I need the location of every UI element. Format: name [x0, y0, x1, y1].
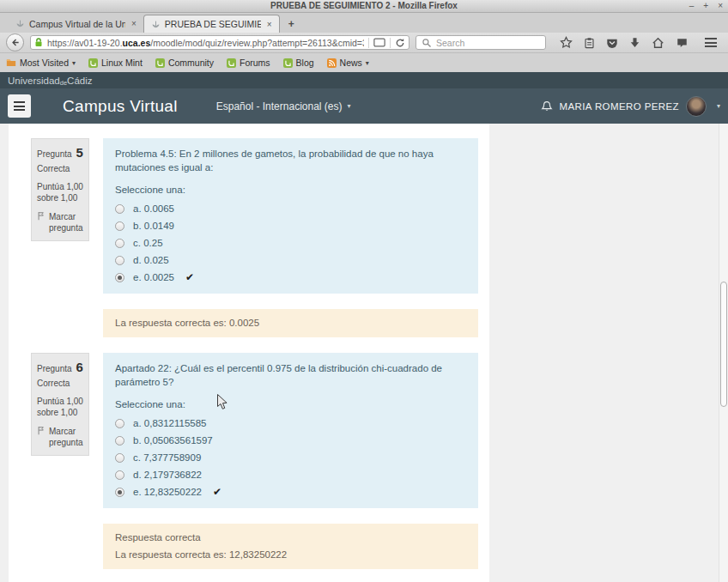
answer-option[interactable]: b. 0,05063561597 — [115, 432, 466, 449]
bookmark-item[interactable]: Linux Mint — [88, 58, 143, 68]
question-status: Correcta — [37, 379, 83, 388]
answer-option[interactable]: c. 0.25 — [115, 234, 466, 252]
questions-column: Pregunta 5CorrectaPuntúa 1,00sobre 1,00M… — [9, 124, 489, 582]
flag-icon — [37, 426, 46, 435]
scrollbar-thumb[interactable] — [720, 282, 727, 407]
bookmark-item[interactable]: Blog — [283, 58, 314, 68]
urlbar-separator — [368, 38, 369, 48]
downloads-icon[interactable] — [629, 37, 640, 49]
language-selector[interactable]: Español - Internacional (es) ▾ — [216, 100, 351, 112]
campus-header: Campus Virtual Español - Internacional (… — [0, 88, 728, 124]
moodle-favicon-icon — [15, 19, 25, 28]
back-arrow-icon — [10, 38, 20, 47]
radio-button[interactable] — [115, 453, 124, 463]
bookmark-label: News — [340, 58, 362, 68]
bookmark-star-icon[interactable] — [560, 36, 573, 49]
answer-option[interactable]: a. 0.0065 — [115, 200, 466, 217]
radio-button[interactable] — [115, 488, 124, 497]
linuxmint-icon — [227, 58, 236, 68]
scrollbar[interactable] — [719, 124, 728, 582]
bookmarks-menu-icon[interactable] — [584, 37, 595, 49]
feedback-box: Respuesta correctaLa respuesta correcta … — [103, 524, 478, 569]
search-input[interactable]: Search — [416, 35, 546, 50]
answer-prompt: Seleccione una: — [115, 185, 466, 195]
tab-active[interactable]: PRUEBA DE SEGUIMIENT...× — [143, 15, 280, 33]
grade-line: sobre 1,00 — [37, 407, 83, 418]
notifications-bell-icon[interactable] — [541, 100, 553, 112]
answer-option[interactable]: b. 0.0149 — [115, 217, 466, 234]
navigation-toolbar: https://av01-19-20.uca.es/moodle/mod/qui… — [0, 33, 728, 53]
new-tab-button[interactable]: + — [280, 15, 303, 33]
radio-button[interactable] — [115, 204, 124, 214]
close-button[interactable]: × — [718, 0, 723, 12]
option-label: d. 2,179736822 — [133, 470, 202, 480]
toolbar-icons — [560, 36, 717, 49]
tab-bar: Campus Virtual de la Uni...×PRUEBA DE SE… — [0, 13, 728, 33]
question-formulation: Problema 4.5: En 2 millones de gametos, … — [103, 138, 478, 294]
university-city: Cádiz — [67, 76, 92, 86]
home-icon[interactable] — [652, 37, 664, 49]
question-info: Pregunta 5CorrectaPuntúa 1,00sobre 1,00M… — [31, 138, 89, 241]
urlbar-separator — [390, 38, 391, 48]
radio-button[interactable] — [115, 470, 124, 480]
radio-button[interactable] — [115, 239, 124, 248]
bookmark-item[interactable]: News▾ — [327, 58, 369, 68]
question-label: Pregunta — [37, 364, 74, 373]
avatar[interactable] — [686, 96, 707, 117]
user-menu-caret-icon[interactable]: ▾ — [717, 102, 720, 110]
tab[interactable]: Campus Virtual de la Uni...× — [9, 15, 143, 33]
flag-question-link[interactable]: Marcarpregunta — [37, 426, 83, 448]
firefox-window: PRUEBA DE SEGUIMIENTO 2 - Mozilla Firefo… — [0, 0, 728, 582]
chat-icon[interactable] — [676, 37, 689, 49]
question-number: Pregunta 6 — [37, 360, 83, 374]
nav-drawer-button[interactable] — [8, 94, 31, 118]
tab-close-icon[interactable]: × — [267, 20, 272, 29]
radio-button[interactable] — [115, 273, 124, 282]
radio-button[interactable] — [115, 436, 124, 446]
question-status: Correcta — [37, 164, 83, 173]
bookmarks-bar: Most Visited▾Linux MintCommunityForumsBl… — [0, 53, 728, 72]
bookmark-item[interactable]: Community — [155, 58, 214, 68]
user-name[interactable]: MARIA ROMERO PEREZ — [560, 101, 679, 112]
flag-line: pregunta — [49, 437, 82, 448]
feedback-line: Respuesta correcta — [115, 532, 466, 543]
tab-title: PRUEBA DE SEGUIMIENT... — [165, 19, 261, 29]
back-button[interactable] — [6, 33, 24, 52]
feedback-line: La respuesta correcta es: 12,83250222 — [115, 549, 466, 561]
linuxmint-icon — [155, 58, 165, 68]
university-banner: UniversidaddeCádiz — [0, 72, 728, 88]
bookmark-item[interactable]: Most Visited▾ — [6, 58, 76, 68]
pocket-icon[interactable] — [606, 37, 618, 49]
url-bar[interactable]: https://av01-19-20.uca.es/moodle/mod/qui… — [30, 35, 410, 50]
option-label: b. 0,05063561597 — [133, 435, 213, 446]
main-column: Pregunta 5CorrectaPuntúa 1,00sobre 1,00M… — [9, 124, 489, 582]
bookmark-item[interactable]: Forums — [227, 58, 270, 68]
option-label: d. 0.025 — [133, 255, 169, 265]
window-titlebar[interactable]: PRUEBA DE SEGUIMIENTO 2 - Mozilla Firefo… — [0, 0, 728, 13]
radio-button[interactable] — [115, 419, 124, 428]
url-text[interactable]: https://av01-19-20.uca.es/moodle/mod/qui… — [47, 38, 364, 48]
answer-option[interactable]: c. 7,377758909 — [115, 449, 466, 466]
search-placeholder: Search — [436, 38, 464, 48]
answer-option[interactable]: d. 2,179736822 — [115, 466, 466, 483]
folder-icon — [6, 58, 16, 67]
flag-label: Marcarpregunta — [49, 426, 82, 448]
bookmark-label: Linux Mint — [101, 58, 143, 68]
chevron-down-icon: ▾ — [348, 102, 351, 110]
minimize-button[interactable]: – — [689, 0, 695, 12]
menu-icon[interactable] — [705, 38, 717, 47]
radio-button[interactable] — [115, 221, 124, 231]
maximize-button[interactable]: + — [703, 0, 708, 12]
reader-mode-icon[interactable] — [373, 38, 385, 47]
option-label: e. 12,83250222 — [133, 487, 202, 497]
answer-option[interactable]: e. 0.0025✔ — [115, 269, 466, 286]
answer-option[interactable]: a. 0,8312115585 — [115, 415, 466, 432]
bookmark-label: Most Visited — [20, 58, 69, 68]
tab-close-icon[interactable]: × — [131, 19, 136, 28]
answer-option[interactable]: d. 0.025 — [115, 252, 466, 269]
reload-icon[interactable] — [395, 38, 405, 48]
radio-button[interactable] — [115, 256, 124, 265]
answer-option[interactable]: e. 12,83250222✔ — [115, 483, 466, 500]
brand-title[interactable]: Campus Virtual — [63, 97, 178, 116]
flag-question-link[interactable]: Marcarpregunta — [37, 211, 83, 233]
